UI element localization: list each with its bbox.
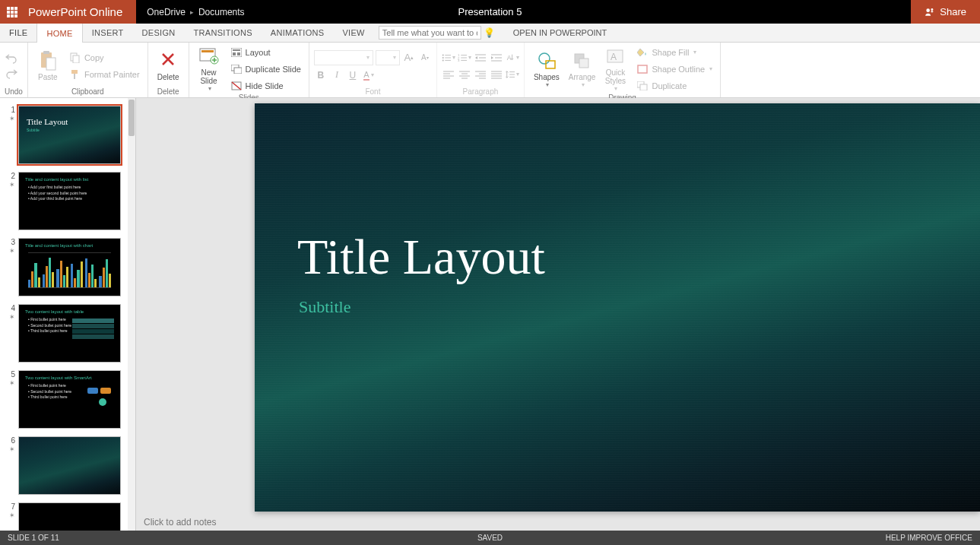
paste-button[interactable]: Paste bbox=[33, 49, 63, 83]
animation-star-icon: ✶ bbox=[9, 512, 15, 519]
slide-thumbnail-5[interactable]: Two content layout with SmartArt• First … bbox=[18, 370, 121, 429]
new-slide-button[interactable]: New Slide bbox=[194, 44, 224, 93]
line-spacing-button[interactable] bbox=[506, 68, 519, 81]
font-size-select[interactable]: ▾ bbox=[376, 50, 400, 65]
tab-animations[interactable]: ANIMATIONS bbox=[262, 24, 334, 42]
open-in-powerpoint-button[interactable]: OPEN IN POWERPOINT bbox=[503, 24, 617, 42]
breadcrumb-onedrive[interactable]: OneDrive bbox=[147, 7, 186, 17]
tab-design[interactable]: DESIGN bbox=[133, 24, 185, 42]
underline-button[interactable]: U bbox=[346, 68, 360, 82]
shrink-font-button[interactable]: A▾ bbox=[418, 51, 432, 65]
delete-label: Delete bbox=[157, 73, 179, 81]
thumb-wrap-2: 2✶Title and content layout with list• Ad… bbox=[0, 164, 135, 230]
redo-button[interactable] bbox=[5, 67, 18, 81]
svg-text:3: 3 bbox=[458, 59, 460, 62]
svg-rect-20 bbox=[233, 52, 236, 55]
text-direction-button[interactable]: A bbox=[506, 51, 519, 65]
tell-me-input[interactable] bbox=[379, 26, 481, 40]
align-right-button[interactable] bbox=[474, 68, 487, 81]
animation-star-icon: ✶ bbox=[9, 115, 15, 122]
slide-canvas[interactable]: Title Layout Subtitle bbox=[255, 103, 980, 512]
hide-slide-button[interactable]: Hide Slide bbox=[227, 78, 304, 93]
status-slide-count: SLIDE 1 OF 11 bbox=[8, 534, 59, 542]
quick-styles-button[interactable]: A Quick Styles bbox=[600, 44, 630, 93]
italic-button[interactable]: I bbox=[330, 68, 344, 82]
slide-thumbnail-2[interactable]: Title and content layout with list• Add … bbox=[18, 172, 121, 230]
share-button[interactable]: Share bbox=[911, 0, 980, 24]
status-saved: SAVED bbox=[477, 534, 503, 542]
tab-insert[interactable]: INSERT bbox=[83, 24, 133, 42]
duplicate-shape-button[interactable]: Duplicate bbox=[633, 78, 715, 93]
grow-font-button[interactable]: A▴ bbox=[402, 51, 416, 65]
bullets-button[interactable] bbox=[442, 51, 455, 65]
slide-title-text[interactable]: Title Layout bbox=[297, 228, 545, 286]
format-painter-button[interactable]: Format Painter bbox=[66, 67, 143, 82]
slide-thumbnails-panel: 1✶Title LayoutSubtitle2✶Title and conten… bbox=[0, 98, 136, 531]
layout-icon bbox=[230, 46, 243, 59]
bold-button[interactable]: B bbox=[314, 68, 328, 82]
thumb-number: 4✶ bbox=[3, 304, 18, 363]
delete-button[interactable]: Delete bbox=[153, 49, 184, 83]
app-launcher-button[interactable] bbox=[0, 0, 24, 24]
group-label-clipboard: Clipboard bbox=[33, 87, 143, 97]
tab-view[interactable]: VIEW bbox=[333, 24, 373, 42]
slide-thumbnail-1[interactable]: Title LayoutSubtitle bbox=[18, 106, 121, 164]
shape-fill-button[interactable]: Shape Fill bbox=[633, 45, 715, 60]
arrange-label: Arrange bbox=[569, 73, 596, 81]
slide-thumbnail-4[interactable]: Two content layout with table• First bul… bbox=[18, 304, 121, 363]
svg-point-0 bbox=[927, 8, 931, 12]
status-help-improve[interactable]: HELP IMPROVE OFFICE bbox=[886, 534, 972, 542]
tab-file[interactable]: FILE bbox=[0, 24, 36, 42]
duplicate-slide-button[interactable]: Duplicate Slide bbox=[227, 62, 304, 77]
shape-outline-icon bbox=[636, 63, 649, 75]
arrange-button[interactable]: Arrange bbox=[564, 49, 601, 90]
animation-star-icon: ✶ bbox=[9, 313, 15, 321]
font-color-button[interactable]: A bbox=[362, 68, 376, 82]
app-name: PowerPoint Online bbox=[24, 0, 136, 24]
slide-thumbnail-7[interactable] bbox=[18, 502, 121, 531]
svg-point-26 bbox=[442, 54, 444, 55]
svg-rect-70 bbox=[638, 65, 647, 73]
copy-icon bbox=[69, 52, 81, 64]
layout-button[interactable]: Layout bbox=[227, 45, 304, 60]
breadcrumb-documents[interactable]: Documents bbox=[198, 7, 245, 17]
svg-text:A: A bbox=[611, 52, 617, 62]
document-title[interactable]: Presentation 5 bbox=[458, 6, 522, 17]
decrease-indent-button[interactable] bbox=[474, 51, 487, 65]
copy-button[interactable]: Copy bbox=[66, 50, 143, 65]
svg-rect-23 bbox=[234, 68, 242, 74]
tab-home[interactable]: HOME bbox=[36, 24, 82, 43]
group-delete: Delete Delete bbox=[148, 43, 189, 97]
format-painter-icon bbox=[69, 68, 81, 81]
tab-transitions[interactable]: TRANSITIONS bbox=[185, 24, 262, 42]
layout-label: Layout bbox=[246, 48, 271, 57]
thumb-number: 6✶ bbox=[3, 436, 18, 495]
thumbnails-scrollbar[interactable] bbox=[128, 98, 135, 531]
group-paragraph: 123 A Paragraph bbox=[437, 43, 525, 97]
svg-rect-6 bbox=[46, 58, 56, 70]
increase-indent-button[interactable] bbox=[490, 51, 503, 65]
shapes-icon bbox=[536, 50, 557, 71]
format-painter-label: Format Painter bbox=[84, 70, 140, 79]
ribbon: Undo Paste Copy Format Painter Clipboard… bbox=[0, 43, 980, 98]
justify-button[interactable] bbox=[490, 68, 503, 81]
align-left-button[interactable] bbox=[442, 68, 455, 81]
slide-thumbnail-6[interactable] bbox=[18, 436, 121, 495]
group-slides: New Slide Layout Duplicate Slide Hide Sl… bbox=[189, 43, 309, 97]
share-label: Share bbox=[940, 6, 966, 17]
svg-text:A: A bbox=[507, 53, 512, 61]
slide-subtitle-text[interactable]: Subtitle bbox=[299, 297, 350, 317]
scrollbar-handle[interactable] bbox=[128, 100, 135, 136]
notes-placeholder[interactable]: Click to add notes bbox=[144, 517, 216, 528]
slide-thumbnail-3[interactable]: Title and content layout with chart bbox=[18, 238, 121, 296]
svg-point-30 bbox=[442, 59, 444, 61]
group-font: ▾ ▾ A▴ A▾ B I U A Font bbox=[309, 43, 437, 97]
align-center-button[interactable] bbox=[458, 68, 471, 81]
animation-star-icon: ✶ bbox=[9, 379, 15, 387]
numbering-button[interactable]: 123 bbox=[458, 51, 471, 65]
group-clipboard: Paste Copy Format Painter Clipboard bbox=[28, 43, 148, 97]
shapes-button[interactable]: Shapes bbox=[529, 49, 564, 90]
font-family-select[interactable]: ▾ bbox=[314, 50, 373, 65]
undo-button[interactable] bbox=[5, 52, 18, 65]
shape-outline-button[interactable]: Shape Outline bbox=[633, 62, 715, 77]
